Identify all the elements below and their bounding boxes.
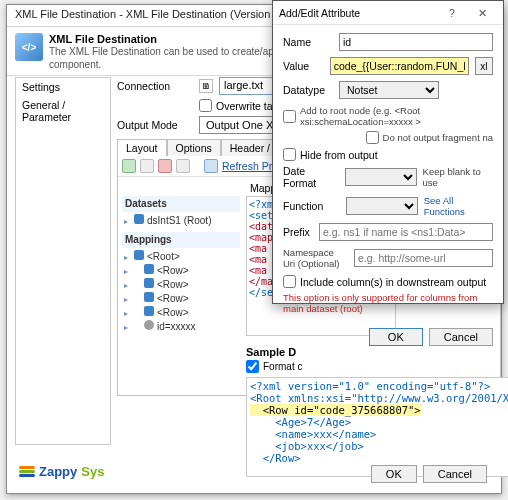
datasets-tree: Datasets dsIntS1 (Root) Mappings <Root> …	[122, 196, 240, 316]
refresh-icon[interactable]	[204, 159, 218, 173]
dataset-item[interactable]: dsIntS1 (Root)	[122, 214, 240, 228]
namespace-label: Namespace Uri (Optional)	[283, 247, 348, 269]
copy-icon[interactable]	[176, 159, 190, 173]
datatype-label: Datatype	[283, 84, 333, 96]
map-root[interactable]: <Root>	[122, 250, 240, 264]
date-format-label: Date Format	[283, 165, 339, 189]
include-columns-checkbox[interactable]: Include column(s) in downstream output	[283, 275, 493, 288]
modal-button-row: OK Cancel	[273, 322, 503, 356]
left-nav-item-general[interactable]: General / Parameter	[16, 96, 110, 126]
close-icon[interactable]: ✕	[467, 3, 497, 23]
zappysys-logo: ZappySys	[19, 464, 104, 479]
xml-icon	[15, 33, 43, 61]
datasets-header: Datasets	[122, 196, 240, 212]
modal-title: Add/Edit Attribute	[279, 7, 360, 19]
add-root-checkbox[interactable]: Add to root node (e.g. <Root xsi:schemaL…	[283, 105, 493, 127]
hide-checkbox[interactable]: Hide from output	[283, 148, 493, 161]
include-warning: This option is only supported for column…	[283, 292, 493, 314]
map-row[interactable]: <Row>	[122, 264, 240, 278]
output-mode-label: Output Mode	[117, 119, 193, 131]
mappings-header: Mappings	[122, 232, 240, 248]
expression-button[interactable]: xl	[475, 57, 493, 75]
left-nav: Settings General / Parameter	[15, 77, 111, 445]
see-all-functions-link[interactable]: See All Functions	[424, 195, 493, 217]
cancel-button[interactable]: Cancel	[423, 465, 487, 483]
tab-options[interactable]: Options	[167, 139, 221, 156]
function-label: Function	[283, 200, 340, 212]
datatype-select[interactable]: Notset	[339, 81, 439, 99]
format-checkbox[interactable]: Format c	[246, 360, 506, 373]
date-format-select[interactable]	[345, 168, 417, 186]
output-fragment-checkbox[interactable]: Do not output fragment na	[283, 131, 493, 144]
left-nav-item-settings[interactable]: Settings	[16, 78, 110, 96]
add-node-icon[interactable]	[122, 159, 136, 173]
map-id-attr[interactable]: id=xxxxx	[122, 320, 240, 334]
ok-button[interactable]: OK	[371, 465, 417, 483]
connection-label: Connection	[117, 80, 193, 92]
add-edit-attribute-dialog: Add/Edit Attribute ? ✕ Name Value xl Dat…	[272, 0, 504, 304]
function-select[interactable]	[346, 197, 418, 215]
namespace-input[interactable]	[354, 249, 493, 267]
prefix-label: Prefix	[283, 226, 313, 238]
map-row[interactable]: <Row>	[122, 278, 240, 292]
header-title: XML File Destination	[49, 33, 157, 45]
dialog-buttons: OK Cancel	[371, 465, 487, 483]
tab-layout[interactable]: Layout	[117, 139, 167, 156]
date-hint: Keep blank to use	[423, 166, 493, 188]
modal-ok-button[interactable]: OK	[369, 328, 423, 346]
delete-node-icon[interactable]	[158, 159, 172, 173]
edit-node-icon[interactable]	[140, 159, 154, 173]
value-label: Value	[283, 60, 324, 72]
help-icon[interactable]: ?	[437, 3, 467, 23]
map-row[interactable]: <Row>	[122, 306, 240, 320]
map-row[interactable]: <Row>	[122, 292, 240, 306]
name-label: Name	[283, 36, 333, 48]
file-icon: 🗎	[199, 79, 213, 93]
prefix-input[interactable]	[319, 223, 493, 241]
name-input[interactable]	[339, 33, 493, 51]
sample-code[interactable]: <?xml version="1.0" encoding="utf-8"?> <…	[246, 377, 508, 477]
modal-titlebar: Add/Edit Attribute ? ✕	[273, 1, 503, 25]
value-input[interactable]	[330, 57, 469, 75]
modal-cancel-button[interactable]: Cancel	[429, 328, 493, 346]
